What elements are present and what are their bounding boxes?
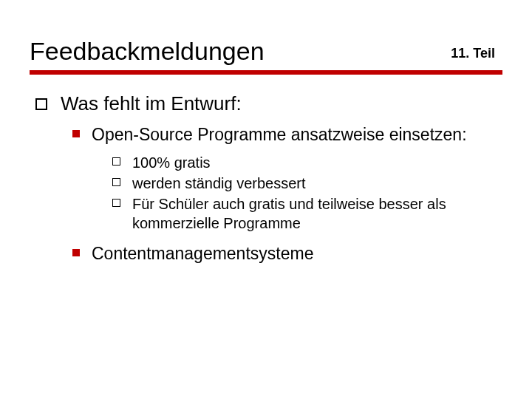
list-item-text: Was fehlt im Entwurf: (61, 92, 242, 115)
square-open-bullet-icon (112, 178, 120, 186)
part-label: 11. Teil (451, 46, 502, 66)
square-open-bullet-icon (112, 157, 120, 166)
sub-list: 100% gratis werden ständig verbessert Fü… (30, 153, 502, 233)
square-open-bullet-icon (112, 199, 120, 207)
list-item: Contentmanagementsysteme (72, 243, 502, 265)
list-item-text: 100% gratis (132, 153, 211, 172)
list-item-text: Open-Source Programme ansatzweise einset… (92, 124, 467, 146)
list-item-text: Contentmanagementsysteme (92, 243, 313, 265)
list-item: Open-Source Programme ansatzweise einset… (72, 124, 502, 146)
title-underline (30, 70, 502, 75)
list-item-text: werden ständig verbessert (132, 174, 306, 193)
square-open-bullet-icon (35, 98, 47, 110)
slide-title: Feedbackmeldungen (30, 37, 265, 66)
square-filled-bullet-icon (72, 130, 80, 137)
list-item: 100% gratis (112, 153, 502, 172)
list-item: Was fehlt im Entwurf: (35, 92, 502, 115)
slide: Feedbackmeldungen 11. Teil Was fehlt im … (0, 0, 532, 301)
list-item-text: Für Schüler auch gratis und teilweise be… (132, 194, 502, 233)
header: Feedbackmeldungen 11. Teil (30, 37, 502, 66)
list-item: werden ständig verbessert (112, 174, 502, 193)
list-item: Für Schüler auch gratis und teilweise be… (112, 194, 502, 233)
square-filled-bullet-icon (72, 249, 80, 256)
